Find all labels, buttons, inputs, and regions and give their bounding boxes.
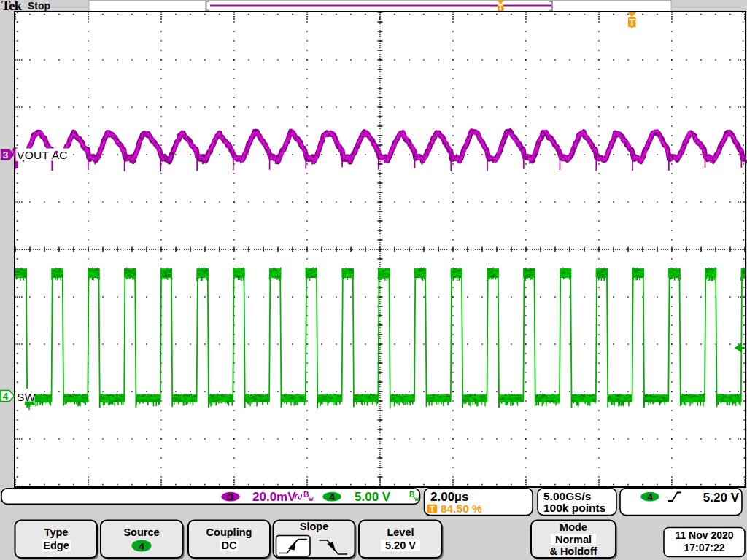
svg-text:4: 4 (3, 391, 9, 402)
svg-text:5.20 V: 5.20 V (385, 540, 416, 551)
svg-text:11 Nov 2020: 11 Nov 2020 (675, 529, 733, 541)
svg-text:3: 3 (3, 149, 9, 160)
svg-text:Coupling: Coupling (206, 526, 252, 538)
svg-text:Slope: Slope (300, 521, 328, 532)
svg-text:84.50 %: 84.50 % (441, 502, 482, 515)
svg-text:T: T (630, 18, 635, 28)
svg-text:DC: DC (222, 540, 237, 551)
svg-text:4: 4 (647, 491, 653, 502)
svg-text:4: 4 (329, 491, 335, 502)
svg-text:Level: Level (387, 526, 414, 538)
svg-text:VOUT AC: VOUT AC (17, 149, 68, 161)
svg-text:100k points: 100k points (543, 502, 605, 514)
svg-text:3: 3 (228, 491, 233, 502)
svg-text:Mode: Mode (560, 521, 587, 533)
svg-text:T: T (498, 3, 503, 12)
svg-text:2.00µs: 2.00µs (430, 490, 468, 504)
svg-text:Edge: Edge (43, 540, 69, 551)
svg-text:SW: SW (17, 391, 36, 403)
svg-text:5.00GS/s: 5.00GS/s (543, 490, 592, 502)
svg-text:T: T (430, 505, 435, 513)
svg-text:Type: Type (44, 526, 69, 538)
svg-text:5.00 V: 5.00 V (355, 490, 391, 504)
svg-text:20.0mV: 20.0mV (252, 490, 296, 504)
svg-text:Stop: Stop (28, 0, 50, 12)
svg-text:Source: Source (123, 526, 159, 538)
svg-text:W: W (414, 497, 419, 502)
svg-text:5.20 V: 5.20 V (703, 491, 740, 505)
svg-text:Normal: Normal (555, 534, 592, 545)
svg-text:4: 4 (139, 541, 144, 552)
svg-text:17:07:22: 17:07:22 (684, 542, 724, 553)
svg-text:& Holdoff: & Holdoff (549, 545, 597, 557)
svg-text:W: W (309, 497, 314, 502)
